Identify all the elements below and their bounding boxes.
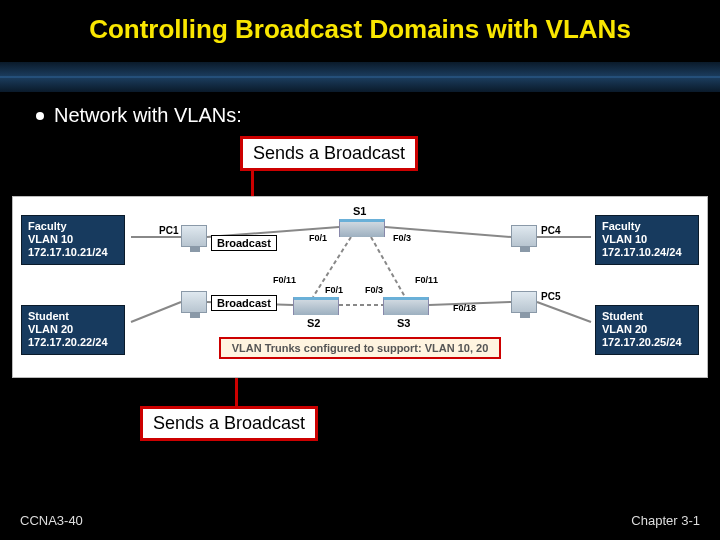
switch-s3-label: S3	[397, 317, 410, 329]
switch-icon	[339, 219, 385, 237]
network-diagram: Faculty VLAN 10 172.17.10.21/24 Student …	[12, 196, 708, 378]
host-vlan: VLAN 20	[28, 323, 118, 336]
bullet-text: Network with VLANs:	[54, 104, 242, 127]
host-ip: 172.17.10.24/24	[602, 246, 692, 259]
host-vlan: VLAN 20	[602, 323, 692, 336]
trunk-caption: VLAN Trunks configured to support: VLAN …	[219, 337, 501, 359]
port-label: F0/1	[325, 285, 343, 295]
port-label: F0/1	[309, 233, 327, 243]
bullet-icon	[36, 112, 44, 120]
footer-left: CCNA3-40	[20, 513, 83, 528]
switch-icon	[383, 297, 429, 315]
switch-s1-label: S1	[353, 205, 366, 217]
svg-line-1	[131, 302, 181, 322]
host-faculty-left: Faculty VLAN 10 172.17.10.21/24	[21, 215, 125, 265]
pc-icon	[511, 225, 537, 247]
callout-bottom: Sends a Broadcast	[140, 406, 318, 441]
pc-icon	[511, 291, 537, 313]
broadcast-tag: Broadcast	[211, 295, 277, 311]
callout-top: Sends a Broadcast	[240, 136, 418, 171]
port-label: F0/18	[453, 303, 476, 313]
pc1-label: PC1	[159, 225, 178, 236]
pc4-label: PC4	[541, 225, 560, 236]
pc-icon	[181, 225, 207, 247]
host-label: Student	[28, 310, 118, 323]
host-vlan: VLAN 10	[602, 233, 692, 246]
bullet-item: Network with VLANs:	[36, 104, 242, 127]
host-label: Student	[602, 310, 692, 323]
host-label: Faculty	[28, 220, 118, 233]
host-student-right: Student VLAN 20 172.17.20.25/24	[595, 305, 699, 355]
switch-icon	[293, 297, 339, 315]
slide-title: Controlling Broadcast Domains with VLANs	[0, 0, 720, 45]
switch-s2-label: S2	[307, 317, 320, 329]
host-ip: 172.17.10.21/24	[28, 246, 118, 259]
footer-right: Chapter 3-1	[631, 513, 700, 528]
broadcast-tag: Broadcast	[211, 235, 277, 251]
port-label: F0/11	[415, 275, 438, 285]
pc-icon	[181, 291, 207, 313]
host-vlan: VLAN 10	[28, 233, 118, 246]
decorative-stripe	[0, 62, 720, 92]
svg-line-3	[537, 302, 591, 322]
host-faculty-right: Faculty VLAN 10 172.17.10.24/24	[595, 215, 699, 265]
pc5-label: PC5	[541, 291, 560, 302]
port-label: F0/3	[393, 233, 411, 243]
port-label: F0/3	[365, 285, 383, 295]
host-label: Faculty	[602, 220, 692, 233]
host-ip: 172.17.20.25/24	[602, 336, 692, 349]
host-student-left: Student VLAN 20 172.17.20.22/24	[21, 305, 125, 355]
host-ip: 172.17.20.22/24	[28, 336, 118, 349]
port-label: F0/11	[273, 275, 296, 285]
